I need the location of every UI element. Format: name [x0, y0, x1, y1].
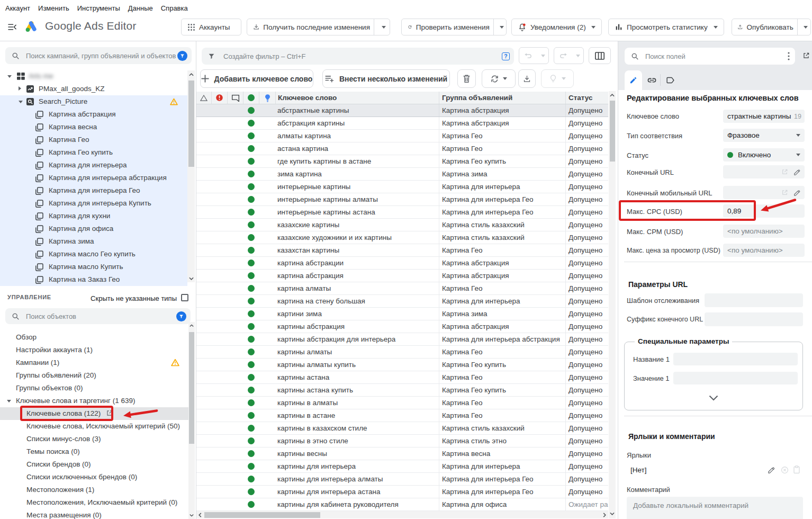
manage-list-item[interactable]: Кампании (1) [0, 356, 188, 369]
tree-row[interactable]: Картина Гео [0, 133, 187, 146]
bulk-edit-button[interactable]: Внести несколько изменений [322, 69, 450, 88]
max-cpv-field[interactable]: <по умолчанию> [723, 244, 805, 257]
tree-row[interactable]: Картина на Заказ Гео [0, 273, 187, 286]
final-url-suffix-field[interactable] [705, 312, 803, 326]
table-row[interactable]: зима картина Картина зима Допущено [196, 168, 608, 181]
ideas-button[interactable] [541, 69, 574, 88]
column-errors[interactable] [211, 92, 227, 104]
manage-list-item[interactable]: Темы поиска (0) [0, 445, 188, 458]
campaign-search-input[interactable] [25, 51, 177, 60]
tree-row[interactable]: Картина зима [0, 235, 187, 248]
manage-list-item[interactable]: Группы объявлений (20) [0, 369, 188, 382]
manage-list-item[interactable]: Настройки аккаунта (1) [0, 344, 188, 356]
table-row[interactable]: интерьерные картины алматы Картина для и… [196, 193, 608, 206]
expand-params-icon[interactable] [709, 395, 718, 401]
manage-list-item[interactable]: Ключевые слова (122) [0, 407, 188, 420]
table-row[interactable]: картина на стену большая Картина для инт… [196, 295, 608, 308]
table-row[interactable]: картини зима Картина зима Допущено [196, 308, 608, 320]
get-recent-changes-menu[interactable] [378, 26, 390, 29]
tree-row[interactable]: Search_Picture [0, 95, 187, 108]
campaign-filter-icon[interactable] [177, 51, 187, 61]
menu-item[interactable]: Справка [161, 4, 188, 12]
object-search-box[interactable] [5, 308, 191, 324]
filter-input[interactable] [222, 52, 502, 61]
tab-labels[interactable] [666, 76, 675, 84]
kebab-menu-icon[interactable] [788, 52, 790, 60]
menu-item[interactable]: Инструменты [77, 4, 120, 12]
expanded-arrow-icon[interactable] [7, 400, 11, 402]
table-row[interactable]: картины в казахском стиле Картина стиль … [196, 422, 608, 435]
final-url-field[interactable] [723, 165, 805, 178]
edit-labels-icon[interactable] [768, 466, 775, 474]
table-row[interactable]: картины для интерьера алматы Картина для… [196, 473, 608, 486]
tree-row[interactable]: Картина для интерьера [0, 159, 187, 172]
table-row[interactable]: абстракция картины Картина абстракция До… [196, 117, 608, 130]
tab-edit[interactable] [625, 70, 642, 90]
table-hscrollbar[interactable] [196, 511, 608, 518]
table-row[interactable]: картины алматы Картина Гео Допущено [196, 346, 608, 359]
redo-button[interactable] [554, 52, 572, 59]
tree-row[interactable]: Картина для кухни [0, 210, 187, 222]
add-keyword-button[interactable]: Добавить ключевое слово [200, 69, 313, 88]
scrollbar-thumb[interactable] [204, 512, 320, 518]
table-row[interactable]: картины для интерьера Картина для интерь… [196, 460, 608, 473]
field-search-box[interactable] [625, 48, 795, 65]
tab-urls[interactable] [647, 76, 657, 85]
column-ideas[interactable] [259, 92, 275, 104]
publish-button[interactable]: Опубликовать [732, 19, 811, 35]
redo-menu[interactable] [572, 55, 583, 57]
scroll-right-arrow[interactable] [601, 511, 608, 518]
scroll-up-arrow[interactable] [609, 91, 616, 99]
collapse-sidebar-icon[interactable] [8, 24, 16, 30]
expanded-arrow-icon[interactable] [19, 101, 23, 103]
accounts-button[interactable]: Аккаунты [181, 19, 241, 35]
match-type-select[interactable]: Фразовое [723, 129, 805, 142]
manage-list-item[interactable]: Списки исключенных брендов (0) [0, 471, 188, 484]
tree-row[interactable]: PMax_all_goods_KZ [0, 83, 187, 95]
tree-row[interactable]: Картина для интерьера абстракция [0, 172, 187, 184]
tree-row[interactable]: Картина для интерьера Гео [0, 184, 187, 197]
export-button[interactable] [518, 69, 536, 88]
scrollbar-thumb[interactable] [610, 101, 615, 162]
manage-list-item[interactable]: Обзор [0, 331, 188, 344]
menu-item[interactable]: Изменить [38, 4, 69, 12]
column-comments[interactable] [227, 92, 243, 104]
table-row[interactable]: картина абстракции Картина абстракция До… [196, 257, 608, 270]
menu-item[interactable]: Данные [128, 4, 153, 12]
undo-menu[interactable] [537, 55, 548, 57]
scrollbar-thumb[interactable] [189, 332, 194, 444]
scroll-down-arrow[interactable] [188, 512, 195, 519]
scroll-down-arrow[interactable] [187, 274, 195, 282]
delete-button[interactable] [457, 69, 476, 88]
manage-list-item[interactable]: Места размещения (0) [0, 509, 188, 519]
param-name-field[interactable] [673, 353, 798, 365]
table-row[interactable]: картины астана Картина Гео Допущено [196, 371, 608, 384]
param-value-field[interactable] [673, 372, 798, 384]
manage-list-item[interactable]: Местоположения, Исключаемый критерий (0) [0, 496, 188, 509]
table-row[interactable]: картины в алматы Картина Гео Допущено [196, 397, 608, 409]
campaign-search-box[interactable] [5, 47, 192, 64]
field-search-input[interactable] [644, 52, 788, 61]
manage-scrollbar[interactable] [188, 322, 195, 519]
tree-row[interactable]: Картина масло Купить [0, 261, 187, 273]
tree-row[interactable]: Картина масло Гео купить [0, 248, 187, 261]
table-row[interactable]: где купить картины в астане Картина Гео … [196, 155, 608, 168]
check-changes-button[interactable]: Проверить изменения [401, 19, 507, 35]
table-row[interactable]: казахские картины Картина стиль казахски… [196, 219, 608, 231]
tree-row[interactable]: Картина абстракция [0, 108, 187, 121]
table-row[interactable]: казахстан картины Картина Гео Допущено [196, 244, 608, 257]
final-mobile-url-field[interactable] [723, 186, 805, 199]
status-select[interactable]: Включено [723, 148, 805, 162]
filter-help-icon[interactable]: ? [502, 52, 510, 60]
scroll-left-arrow[interactable] [196, 511, 204, 518]
view-statistics-button[interactable]: Просмотреть статистику [608, 19, 724, 35]
table-vscrollbar[interactable] [609, 91, 616, 518]
scroll-down-arrow[interactable] [609, 509, 616, 517]
object-filter-icon[interactable] [176, 311, 186, 321]
edit-url-icon[interactable] [793, 168, 801, 176]
table-row[interactable]: картины алматы купить Картина Гео купить… [196, 359, 608, 371]
table-row[interactable]: картина абстракция Картина абстракция До… [196, 270, 608, 282]
table-row[interactable]: казахские художники и их картины Картина… [196, 231, 608, 244]
table-row[interactable]: картина алматы Картина Гео Допущено [196, 282, 608, 295]
check-changes-menu[interactable] [497, 26, 506, 29]
